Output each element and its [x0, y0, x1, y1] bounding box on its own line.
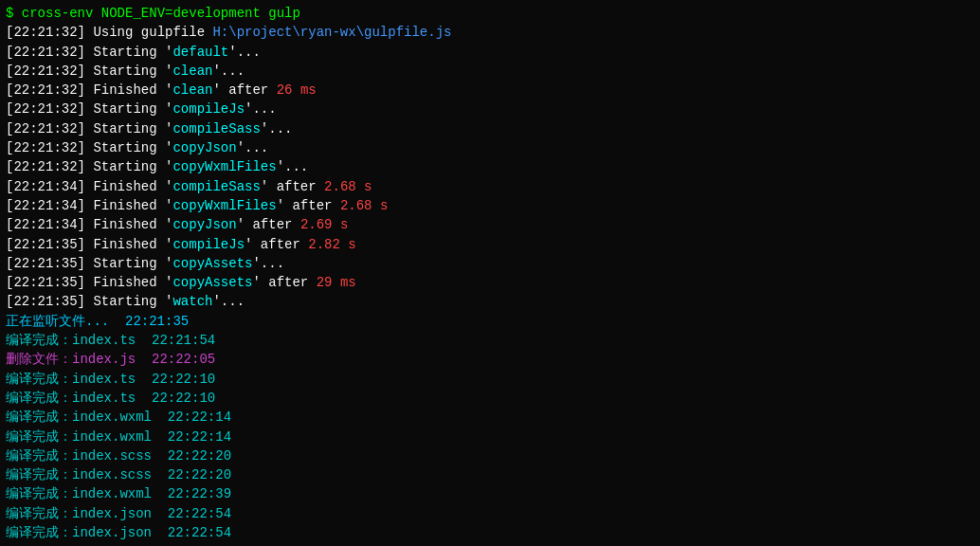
log-line-21: 编译完成：index.wxml 22:22:14: [6, 408, 974, 427]
log-line-25: 编译完成：index.wxml 22:22:39: [6, 484, 974, 503]
log-line-10: [22:21:34] Finished 'copyWxmlFiles' afte…: [6, 196, 974, 215]
log-line-27: 编译完成：index.json 22:22:54: [6, 523, 974, 542]
log-line-15: [22:21:35] Starting 'watch'...: [6, 292, 974, 311]
log-line-8: [22:21:32] Starting 'copyWxmlFiles'...: [6, 157, 974, 176]
log-line-26: 编译完成：index.json 22:22:54: [6, 504, 974, 523]
log-line-3: [22:21:32] Starting 'clean'...: [6, 62, 974, 81]
log-line-16: 正在监听文件... 22:21:35: [6, 312, 974, 331]
log-line-20: 编译完成：index.ts 22:22:10: [6, 389, 974, 408]
log-line-5: [22:21:32] Starting 'compileJs'...: [6, 100, 974, 118]
log-line-17: 编译完成：index.ts 22:21:54: [6, 331, 974, 350]
log-line-13: [22:21:35] Starting 'copyAssets'...: [6, 254, 974, 273]
log-line-4: [22:21:32] Finished 'clean' after 26 ms: [6, 81, 974, 100]
log-line-2: [22:21:32] Starting 'default'...: [6, 43, 974, 62]
log-line-18: 删除文件：index.js 22:22:05: [6, 350, 974, 369]
log-line-9: [22:21:34] Finished 'compileSass' after …: [6, 177, 974, 196]
cmd-line: $ cross-env NODE_ENV=development gulp: [6, 4, 974, 23]
log-line-23: 编译完成：index.scss 22:22:20: [6, 446, 974, 465]
terminal-window: $ cross-env NODE_ENV=development gulp [2…: [6, 4, 974, 542]
log-line-7: [22:21:32] Starting 'copyJson'...: [6, 138, 974, 157]
log-line-11: [22:21:34] Finished 'copyJson' after 2.6…: [6, 215, 974, 234]
log-line-24: 编译完成：index.scss 22:22:20: [6, 465, 974, 484]
log-line-12: [22:21:35] Finished 'compileJs' after 2.…: [6, 235, 974, 254]
log-line-22: 编译完成：index.wxml 22:22:14: [6, 428, 974, 446]
log-line-19: 编译完成：index.ts 22:22:10: [6, 370, 974, 389]
log-line-1: [22:21:32] Using gulpfile H:\project\rya…: [6, 23, 974, 42]
log-line-14: [22:21:35] Finished 'copyAssets' after 2…: [6, 273, 974, 292]
log-line-6: [22:21:32] Starting 'compileSass'...: [6, 119, 974, 138]
